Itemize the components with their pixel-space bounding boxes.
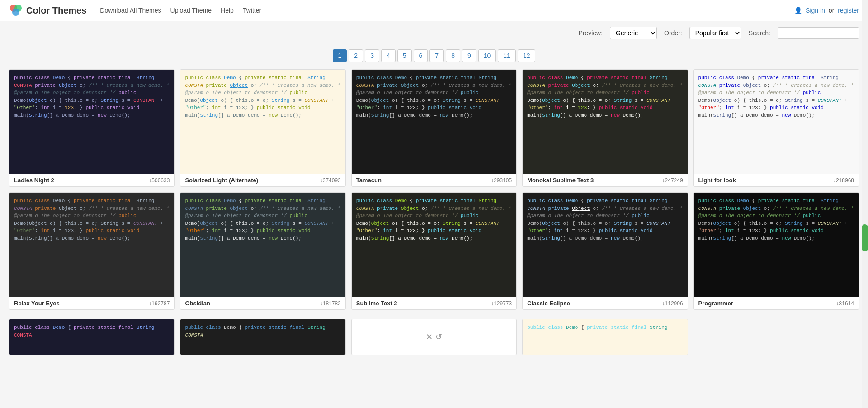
theme-name-9: Classic Eclipse (527, 300, 570, 307)
theme-name-7: Obsidian (185, 300, 210, 307)
nav-download-all[interactable]: Download All Themes (100, 7, 161, 14)
theme-preview-9: public class Demo { private static final… (523, 193, 687, 297)
theme-card-13[interactable]: ✕ ↺ (351, 319, 517, 355)
theme-footer-10: Programmer ↓81614 (694, 297, 859, 309)
page-btn-2[interactable]: 2 (349, 49, 363, 62)
theme-downloads-8: ↓129773 (491, 300, 512, 307)
theme-downloads-9: ↓112906 (662, 300, 683, 307)
theme-preview-8: public class Demo { private static final… (352, 193, 516, 297)
logo-title: Color Themes (26, 5, 86, 16)
theme-downloads-1: ↓500633 (149, 177, 170, 184)
page-btn-5[interactable]: 5 (397, 49, 412, 62)
search-input[interactable] (778, 27, 859, 39)
theme-downloads-5: ↓218968 (833, 177, 854, 184)
theme-card-8[interactable]: public class Demo { private static final… (351, 192, 517, 310)
theme-preview-14: public class Demo { private static final… (523, 319, 687, 355)
order-select[interactable]: Popular first Newest first Alphabetical (689, 27, 741, 39)
theme-preview-7: public class Demo { private static final… (180, 193, 345, 297)
theme-card-5[interactable]: public class Demo { private static final… (693, 69, 859, 187)
register-link[interactable]: register (838, 7, 859, 14)
theme-footer-6: Relax Your Eyes ↓192787 (9, 297, 174, 309)
theme-preview-5: public class Demo { private static final… (694, 70, 859, 174)
page-btn-9[interactable]: 9 (462, 49, 476, 62)
theme-name-6: Relax Your Eyes (14, 300, 60, 307)
search-label: Search: (749, 29, 770, 37)
nav-upload-theme[interactable]: Upload Theme (170, 7, 212, 14)
theme-downloads-4: ↓247249 (662, 177, 683, 184)
page-btn-3[interactable]: 3 (365, 49, 379, 62)
page-btn-10[interactable]: 10 (478, 49, 496, 62)
partial-row: public class Demo { private static final… (0, 319, 868, 364)
page-btn-1[interactable]: 1 (333, 49, 347, 62)
scrollbar-thumb[interactable] (862, 224, 868, 251)
theme-card-2[interactable]: public class Demo { private static final… (180, 69, 345, 187)
themes-grid: public class Demo { private static final… (0, 69, 868, 319)
theme-footer-8: Sublime Text 2 ↓129773 (352, 297, 516, 309)
theme-preview-12: public class Demo { private static final… (180, 319, 345, 355)
pagination: 1 2 3 4 5 6 7 8 9 10 11 12 (0, 45, 868, 69)
theme-name-10: Programmer (698, 300, 733, 307)
theme-footer-3: Tamacun ↓293105 (352, 174, 516, 186)
theme-name-4: Monokai Sublime Text 3 (527, 177, 594, 184)
theme-card-1[interactable]: public class Demo { private static final… (9, 69, 175, 187)
scrollbar-track[interactable] (862, 0, 868, 364)
theme-preview-4: public class Demo { private static final… (523, 70, 687, 174)
sign-in-link[interactable]: Sign in (806, 7, 825, 14)
theme-downloads-10: ↓81614 (836, 300, 854, 307)
theme-card-11[interactable]: public class Demo { private static final… (9, 319, 175, 355)
logo-icon (9, 4, 23, 17)
theme-card-14[interactable]: public class Demo { private static final… (522, 319, 688, 355)
theme-name-8: Sublime Text 2 (356, 300, 397, 307)
theme-footer-9: Classic Eclipse ↓112906 (523, 297, 687, 309)
header-right: 👤 Sign in or register (794, 7, 859, 14)
theme-preview-3: public class Demo { private static final… (352, 70, 516, 174)
page-btn-11[interactable]: 11 (498, 49, 516, 62)
nav: Download All Themes Upload Theme Help Tw… (100, 7, 261, 14)
page-btn-12[interactable]: 12 (518, 49, 536, 62)
theme-preview-10: public class Demo { private static final… (694, 193, 859, 297)
theme-preview-1: public class Demo { private static final… (9, 70, 174, 174)
controls-bar: Preview: Generic Java JavaScript Order: … (0, 21, 868, 45)
order-label: Order: (664, 29, 682, 37)
theme-name-1: Ladies Night 2 (14, 177, 54, 184)
theme-name-5: Light for look (698, 177, 736, 184)
theme-preview-11: public class Demo { private static final… (9, 319, 174, 355)
theme-downloads-2: ↓374093 (320, 177, 341, 184)
theme-card-12[interactable]: public class Demo { private static final… (180, 319, 345, 355)
theme-card-7[interactable]: public class Demo { private static final… (180, 192, 345, 310)
theme-downloads-6: ↓192787 (149, 300, 170, 307)
theme-card-3[interactable]: public class Demo { private static final… (351, 69, 517, 187)
theme-footer-2: Solarized Light (Alternate) ↓374093 (180, 174, 345, 186)
page-btn-8[interactable]: 8 (446, 49, 460, 62)
theme-downloads-7: ↓181782 (320, 300, 341, 307)
page-btn-7[interactable]: 7 (429, 49, 444, 62)
page-btn-4[interactable]: 4 (381, 49, 396, 62)
page-btn-6[interactable]: 6 (414, 49, 428, 62)
user-icon: 👤 (794, 7, 802, 14)
theme-name-2: Solarized Light (Alternate) (185, 177, 258, 184)
theme-name-3: Tamacun (356, 177, 382, 184)
theme-footer-1: Ladies Night 2 ↓500633 (9, 174, 174, 186)
nav-twitter[interactable]: Twitter (243, 7, 261, 14)
or-text: or (829, 7, 834, 14)
theme-card-10[interactable]: public class Demo { private static final… (693, 192, 859, 310)
svg-point-2 (12, 9, 19, 16)
nav-help[interactable]: Help (221, 7, 234, 14)
theme-footer-4: Monokai Sublime Text 3 ↓247249 (523, 174, 687, 186)
theme-downloads-3: ↓293105 (491, 177, 512, 184)
preview-label: Preview: (578, 29, 603, 37)
theme-footer-7: Obsidian ↓181782 (180, 297, 345, 309)
reload-icon: ↺ (435, 332, 442, 342)
header: Color Themes Download All Themes Upload … (0, 0, 868, 21)
theme-preview-6: public class Demo { private static final… (9, 193, 174, 297)
theme-preview-2: public class Demo { private static final… (180, 70, 345, 174)
theme-card-4[interactable]: public class Demo { private static final… (522, 69, 688, 187)
theme-card-9[interactable]: public class Demo { private static final… (522, 192, 688, 310)
logo[interactable]: Color Themes (9, 4, 86, 17)
theme-card-6[interactable]: public class Demo { private static final… (9, 192, 175, 310)
preview-select[interactable]: Generic Java JavaScript (610, 27, 657, 39)
theme-footer-5: Light for look ↓218968 (694, 174, 859, 186)
close-icon: ✕ (426, 332, 433, 342)
